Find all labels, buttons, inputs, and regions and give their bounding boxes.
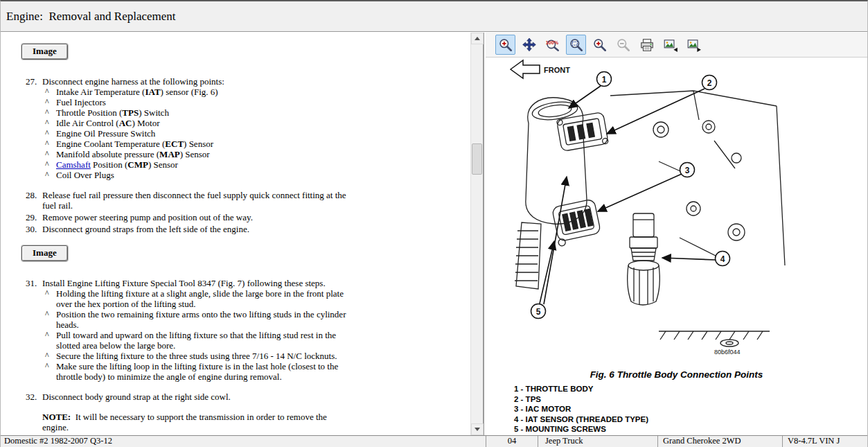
bold-text: TPS [122,107,139,118]
note-text: NOTE: It will be necessary to support th… [42,412,347,432]
bullet-icon: ^ [45,309,56,330]
step-number: 29. [26,212,42,222]
triangle-up-icon [475,37,480,40]
zoom-100-icon[interactable]: 100% [542,35,563,55]
zoom-area-icon[interactable] [566,35,586,55]
sub-item-text: Engine Oil Pressure Switch [56,128,350,139]
figure-legend: 1 - THROTTLE BODY2 - TPS3 - IAC MOTOR4 -… [514,384,648,435]
callout-2: 2 [707,78,712,88]
image-toolbar: 100% [486,33,867,58]
status-cell-year: 04 [486,436,538,447]
step-item: 32.Disconnect body ground strap at the r… [26,392,470,402]
text-span: Fuel Injectors [56,97,106,107]
triangle-down-icon [475,428,480,431]
sub-item: ^Position the two remaining fixture arms… [45,309,470,330]
camshaft-link[interactable]: Camshaft [56,159,91,170]
scroll-down-button[interactable] [471,423,484,435]
text-span: Position ( [91,159,127,170]
bold-text: MAP [159,149,180,159]
text-span: Position the two remaining fixture arms … [56,309,348,330]
sub-item: ^Secure the lifting fixture to the three… [45,351,470,361]
text-span: Remove power steering pump and position … [42,212,253,222]
text-span: Engine Oil Pressure Switch [56,128,155,139]
text-span: Disconnect engine harness at the followi… [42,76,224,87]
step-number: 31. [26,278,42,288]
sub-item-text: Manifold absolute pressure (MAP) Sensor [56,149,350,159]
step-text: Disconnect body ground strap at the righ… [42,392,362,402]
bold-text: AC [119,118,132,128]
procedure-content: Image27.Disconnect engine harness at the… [1,33,470,435]
scroll-up-button[interactable] [471,33,484,44]
step-text: Install Engine Lifting Fixture Special T… [42,278,362,288]
callout-5: 5 [536,307,541,317]
text-span: Disconnect ground straps from the left s… [42,224,249,234]
text-span: Throttle Position ( [56,107,122,118]
text-span: ) Switch [139,107,169,118]
bullet-icon: ^ [45,351,56,361]
image-button[interactable]: Image [21,245,68,261]
step-item: 31.Install Engine Lifting Fixture Specia… [26,278,470,288]
sub-item-text: Throttle Position (TPS) Switch [56,107,350,118]
sub-item: ^Engine Oil Pressure Switch [45,128,470,139]
bold-text: IAT [145,87,160,97]
bullet-icon: ^ [45,361,56,382]
step-number: 30. [26,224,42,234]
sub-item-text: Secure the lifting fixture to the three … [56,351,350,361]
sub-item: ^Throttle Position (TPS) Switch [45,107,470,118]
legend-item: 2 - TPS [514,394,648,405]
step-item: 29.Remove power steering pump and positi… [26,212,470,222]
sub-item: ^Holding the lifting fixture at a slight… [45,288,470,309]
callout-3: 3 [685,166,690,175]
image-button[interactable]: Image [21,44,68,60]
sub-item-text: Position the two remaining fixture arms … [56,309,350,330]
text-span: It will be necessary to support the tran… [42,412,329,432]
prev-image-icon[interactable] [660,35,680,55]
print-icon[interactable] [637,35,657,55]
bullet-icon: ^ [45,288,56,309]
text-span: ) sensor (Fig. 6) [161,87,218,97]
bullet-icon: ^ [45,170,56,180]
bullet-icon: ^ [45,330,56,351]
vertical-scrollbar[interactable] [470,33,483,435]
bullet-icon: ^ [45,128,56,139]
legend-item: 4 - IAT SENSOR (THREADED TYPE) [514,414,648,425]
bullet-icon: ^ [45,159,56,170]
sub-item-text: Coil Over Plugs [56,170,350,180]
bold-text: CMP [127,159,148,170]
step-number: 28. [26,190,42,211]
text-span: Disconnect body ground strap at the righ… [42,392,231,402]
status-bar: Domestic #2 1982-2007 Q3-12 04 Jeep Truc… [1,435,867,447]
zoom-in-icon[interactable] [495,35,515,55]
pan-icon[interactable] [519,35,539,55]
scrollbar-thumb[interactable] [472,143,482,175]
callout-1: 1 [602,75,607,85]
text-span: Intake Air Temperature ( [56,87,145,97]
image-button-row: Image [21,245,470,261]
legend-item: 3 - IAC MOTOR [514,404,648,414]
sub-item: ^Manifold absolute pressure (MAP) Sensor [45,149,470,159]
service-manual-window: Engine: Removal and Replacement Image27.… [0,0,868,447]
bullet-icon: ^ [45,97,56,107]
text-span: Install Engine Lifting Fixture Special T… [42,278,326,288]
sub-item-text: Holding the lifting fixture at a slight … [56,288,350,309]
text-span: ) Motor [132,118,159,128]
part-code: 80b6f044 [714,349,741,356]
sub-item: ^Fuel Injectors [45,97,470,107]
sub-item: ^Idle Air Control (AC) Motor [45,118,470,128]
diagram-area: FRONT [486,58,867,435]
title-bar: Engine: Removal and Replacement [1,1,867,32]
text-span: Idle Air Control ( [56,118,119,128]
sub-item: ^Make sure the lifting loop in the lifti… [45,361,470,382]
legend-item: 1 - THROTTLE BODY [514,384,648,394]
svg-text:100%: 100% [545,40,558,46]
status-cell-make: Jeep Truck [538,436,658,447]
zoom-in-alt-icon[interactable] [590,35,610,55]
bullet-icon: ^ [45,149,56,159]
text-span: Pull toward and upward on the lifting fi… [56,330,338,351]
bullet-icon: ^ [45,107,56,118]
next-image-icon[interactable] [684,35,704,55]
sub-item-text: Engine Coolant Temperature (ECT) Sensor [56,139,350,149]
text-span: Manifold absolute pressure ( [56,149,159,159]
sub-item-text: Pull toward and upward on the lifting fi… [56,330,350,351]
text-span: Make sure the lifting loop in the liftin… [56,361,341,382]
